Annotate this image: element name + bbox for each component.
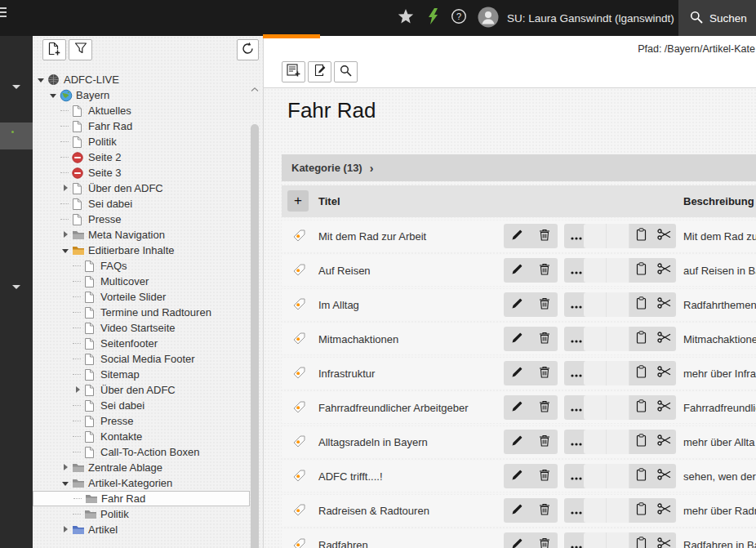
- delete-button[interactable]: [536, 395, 554, 420]
- tree-scrollbar[interactable]: [251, 124, 259, 548]
- delete-button[interactable]: [536, 498, 554, 523]
- new-record-button[interactable]: [282, 61, 305, 82]
- copy-button[interactable]: [629, 292, 652, 317]
- search-record-button[interactable]: [334, 61, 358, 82]
- tree-item-call-to-action-boxen[interactable]: Call-To-Action Boxen: [33, 444, 250, 460]
- record-title[interactable]: Radfahren: [318, 529, 368, 548]
- chevron-down-icon[interactable]: [60, 243, 72, 258]
- tree-item-editierbare-inhalte[interactable]: Editierbare Inhalte: [33, 243, 250, 258]
- search-button[interactable]: Suchen: [678, 0, 756, 36]
- tree-item-meta-navigation[interactable]: Meta Navigation: [33, 227, 250, 243]
- tree-item-fahr-rad[interactable]: Fahr Rad: [33, 118, 250, 134]
- delete-button[interactable]: [536, 327, 554, 351]
- record-title[interactable]: Im Alltag: [318, 289, 359, 320]
- edit-button[interactable]: [509, 430, 527, 454]
- tree-item-video-startseite[interactable]: Video Startseite: [33, 320, 250, 336]
- new-page-button[interactable]: [42, 39, 66, 60]
- active-module-item[interactable]: [0, 123, 33, 149]
- record-title[interactable]: Mit dem Rad zur Arbeit: [318, 221, 426, 252]
- tree-item-adfc-live[interactable]: ADFC-LIVE: [33, 72, 250, 87]
- edit-button[interactable]: [509, 327, 527, 351]
- chevron-down-icon[interactable]: [12, 285, 20, 289]
- tree-item-multicover[interactable]: Multicover: [33, 274, 250, 289]
- chevron-down-icon[interactable]: [36, 72, 47, 87]
- copy-button[interactable]: [629, 498, 652, 523]
- tree-item-artikel[interactable]: Artikel: [33, 522, 250, 537]
- edit-button[interactable]: [509, 464, 527, 488]
- tree-item-seitenfooter[interactable]: Seitenfooter: [33, 336, 250, 351]
- edit-page-button[interactable]: [308, 61, 331, 82]
- chevron-right-icon[interactable]: [60, 180, 72, 196]
- help-button[interactable]: ?: [447, 0, 470, 36]
- cut-button[interactable]: [652, 258, 676, 283]
- tree-item-bayern[interactable]: Bayern: [33, 87, 250, 103]
- copy-button[interactable]: [629, 430, 652, 454]
- record-title[interactable]: Alltagsradeln in Bayern: [318, 426, 428, 457]
- delete-button[interactable]: [536, 430, 554, 454]
- tree-item-politik[interactable]: Politik: [33, 134, 250, 149]
- record-title[interactable]: Radreisen & Radtouren: [318, 495, 429, 526]
- cut-button[interactable]: [652, 292, 676, 317]
- chevron-right-icon[interactable]: [60, 227, 72, 243]
- tree-item-fahr-rad[interactable]: Fahr Rad: [33, 491, 250, 506]
- cut-button[interactable]: [652, 464, 676, 488]
- tree-item-ber-den-adfc[interactable]: Über den ADFC: [33, 180, 250, 196]
- record-title[interactable]: ADFC trifft....!: [318, 461, 383, 492]
- user-menu[interactable]: SU: Laura Ganswindt (lganswindt): [478, 0, 674, 36]
- copy-button[interactable]: [629, 224, 652, 248]
- tree-item-sei-dabei[interactable]: Sei dabei: [33, 398, 250, 413]
- copy-button[interactable]: [629, 532, 652, 548]
- tree-item-ber-den-adfc[interactable]: Über den ADFC: [33, 382, 250, 398]
- bookmark-button[interactable]: [394, 0, 417, 36]
- edit-button[interactable]: [509, 395, 527, 420]
- edit-button[interactable]: [509, 498, 527, 523]
- tree-item-seite-2[interactable]: Seite 2: [33, 149, 250, 165]
- chevron-right-icon[interactable]: [73, 382, 84, 398]
- tree-item-sitemap[interactable]: Sitemap: [33, 367, 250, 382]
- copy-button[interactable]: [629, 361, 652, 385]
- delete-button[interactable]: [536, 464, 554, 488]
- cut-button[interactable]: [652, 498, 676, 523]
- delete-button[interactable]: [536, 292, 554, 317]
- filter-button[interactable]: [69, 39, 92, 60]
- table-section-header[interactable]: Kategorie (13) ›: [282, 154, 756, 181]
- refresh-button[interactable]: [237, 39, 259, 60]
- chevron-down-icon[interactable]: [12, 85, 20, 89]
- record-title[interactable]: Infrastruktur: [318, 358, 375, 389]
- copy-button[interactable]: [629, 395, 652, 420]
- tree-item-faqs[interactable]: FAQs: [33, 258, 250, 274]
- clear-cache-button[interactable]: [424, 0, 442, 36]
- tree-item-vorteile-slider[interactable]: Vorteile Slider: [33, 289, 250, 305]
- copy-button[interactable]: [629, 327, 652, 351]
- tree-item-presse[interactable]: Presse: [33, 212, 250, 227]
- chevron-down-icon[interactable]: [60, 475, 72, 491]
- tree-item-sei-dabei[interactable]: Sei dabei: [33, 196, 250, 212]
- edit-button[interactable]: [509, 532, 527, 548]
- delete-button[interactable]: [536, 361, 554, 385]
- record-title[interactable]: Auf Reisen: [318, 255, 371, 286]
- delete-button[interactable]: [536, 224, 554, 248]
- menu-button[interactable]: [0, 7, 7, 20]
- edit-button[interactable]: [509, 258, 527, 283]
- delete-button[interactable]: [536, 532, 554, 548]
- tree-item-social-media-footer[interactable]: Social Media Footer: [33, 351, 250, 367]
- edit-button[interactable]: [509, 292, 527, 317]
- tree-item-termine-und-radtouren[interactable]: Termine und Radtouren: [33, 305, 250, 320]
- copy-button[interactable]: [629, 258, 652, 283]
- tree-item-artikel-kategorien[interactable]: Artikel-Kategorien: [33, 475, 250, 491]
- edit-button[interactable]: [509, 361, 527, 385]
- cut-button[interactable]: [652, 430, 676, 454]
- add-record-button[interactable]: +: [287, 190, 309, 212]
- cut-button[interactable]: [652, 395, 676, 420]
- tree-item-seite-3[interactable]: Seite 3: [33, 165, 250, 180]
- tree-item-kontakte[interactable]: Kontakte: [33, 429, 250, 444]
- record-title[interactable]: Fahrradfreundlicher Arbeitgeber: [318, 392, 469, 423]
- tree-collapse-button[interactable]: [248, 83, 261, 93]
- cut-button[interactable]: [652, 532, 676, 548]
- cut-button[interactable]: [652, 224, 676, 248]
- cut-button[interactable]: [652, 327, 676, 351]
- cut-button[interactable]: [652, 361, 676, 385]
- chevron-down-icon[interactable]: [48, 87, 60, 103]
- edit-button[interactable]: [509, 224, 527, 248]
- tree-item-aktuelles[interactable]: Aktuelles: [33, 103, 250, 118]
